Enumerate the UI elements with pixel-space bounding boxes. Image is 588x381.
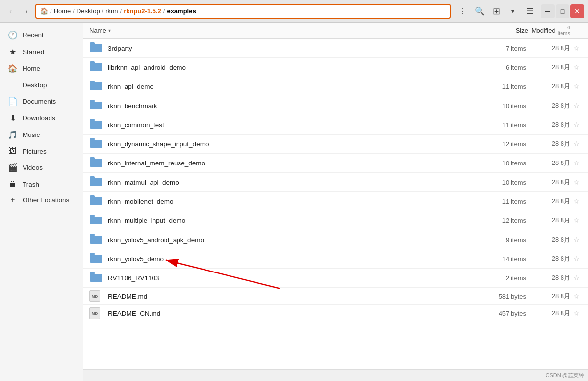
other-locations-icon: +	[8, 196, 18, 204]
file-star[interactable]: ☆	[570, 178, 582, 186]
file-area: Name ▾ Size Modified 6 items 3rdparty7 i…	[83, 23, 588, 381]
file-modified: 28 8月	[531, 273, 570, 282]
file-modified: 28 8月	[531, 178, 570, 187]
file-modified: 28 8月	[531, 63, 570, 72]
file-name: 3rdparty	[108, 45, 472, 52]
svg-rect-19	[90, 217, 102, 224]
sidebar-item-music[interactable]: 🎵 Music	[2, 127, 81, 143]
sidebar-item-label: Trash	[23, 181, 39, 188]
sidebar-item-label: Starred	[23, 48, 44, 55]
table-row[interactable]: MDREADME_CN.md457 bytes28 8月☆	[83, 305, 588, 322]
table-row[interactable]: librknn_api_android_demo6 items28 8月☆	[83, 58, 588, 77]
breadcrumb-rknn[interactable]: rknn	[105, 7, 118, 15]
sidebar-item-other-locations[interactable]: + Other Locations	[2, 192, 81, 207]
column-headers: Name ▾ Size Modified 6 items	[83, 23, 588, 39]
table-row[interactable]: MDREADME.md581 bytes28 8月☆	[83, 288, 588, 305]
sidebar-item-home[interactable]: 🏠 Home	[2, 60, 81, 77]
table-row[interactable]: rknn_mobilenet_demo11 items28 8月☆	[83, 192, 588, 211]
file-star[interactable]: ☆	[570, 217, 582, 224]
table-row[interactable]: 3rdparty7 items28 8月☆	[83, 39, 588, 58]
home-icon: 🏠	[40, 7, 48, 15]
forward-button[interactable]: ›	[20, 4, 33, 18]
sidebar-item-label: Pictures	[23, 148, 47, 155]
list-view-button[interactable]: ☰	[522, 4, 537, 19]
file-name: rknn_mobilenet_demo	[108, 198, 472, 205]
documents-icon: 📄	[8, 97, 18, 106]
file-modified: 28 8月	[531, 82, 570, 91]
sidebar-item-label: Videos	[23, 164, 43, 171]
sidebar-item-pictures[interactable]: 🖼 Pictures	[2, 143, 81, 159]
column-size-header[interactable]: Size	[474, 27, 533, 34]
titlebar: ‹ › 🏠 / Home / Desktop / rknn / rknpu2-1…	[0, 0, 588, 23]
file-star[interactable]: ☆	[570, 292, 582, 300]
file-star[interactable]: ☆	[570, 197, 582, 205]
svg-rect-1	[90, 44, 102, 52]
file-name: rknn_dynamic_shape_input_demo	[108, 140, 472, 148]
folder-icon	[89, 99, 103, 112]
file-size: 581 bytes	[472, 293, 531, 300]
sidebar-item-recent[interactable]: 🕐 Recent	[2, 27, 81, 43]
sidebar-item-documents[interactable]: 📄 Documents	[2, 93, 81, 109]
sidebar-item-desktop[interactable]: 🖥 Desktop	[2, 77, 81, 93]
table-row[interactable]: rknn_dynamic_shape_input_demo12 items28 …	[83, 135, 588, 154]
pictures-icon: 🖼	[8, 147, 18, 156]
sidebar-item-starred[interactable]: ★ Starred	[2, 44, 81, 60]
table-row[interactable]: rknn_yolov5_android_apk_demo9 items28 8月…	[83, 230, 588, 249]
svg-rect-7	[90, 102, 102, 109]
more-options-button[interactable]: ⋮	[456, 4, 470, 19]
minimize-button[interactable]: ─	[541, 4, 555, 18]
search-button[interactable]: 🔍	[472, 4, 487, 19]
file-star[interactable]: ☆	[570, 236, 582, 244]
sidebar-item-label: Home	[23, 65, 40, 72]
file-size: 7 items	[472, 45, 531, 52]
svg-rect-17	[90, 197, 102, 205]
table-row[interactable]: rknn_api_demo11 items28 8月☆	[83, 77, 588, 96]
breadcrumb-examples[interactable]: examples	[167, 7, 196, 15]
back-button[interactable]: ‹	[4, 4, 18, 18]
folder-icon	[89, 156, 103, 170]
breadcrumb-desktop[interactable]: Desktop	[77, 7, 100, 15]
file-star[interactable]: ☆	[570, 255, 582, 263]
file-modified: 28 8月	[531, 159, 570, 167]
table-row[interactable]: rknn_yolov5_demo14 items28 8月☆	[83, 249, 588, 269]
sidebar-item-trash[interactable]: 🗑 Trash	[2, 176, 81, 192]
file-star[interactable]: ☆	[570, 121, 582, 129]
folder-icon	[89, 41, 103, 55]
file-size: 10 items	[472, 179, 531, 186]
column-name-header[interactable]: Name ▾	[89, 27, 474, 34]
breadcrumb-home[interactable]: Home	[54, 7, 71, 15]
close-button[interactable]: ✕	[570, 4, 584, 18]
file-modified: 28 8月	[531, 235, 570, 244]
breadcrumb-bar[interactable]: 🏠 / Home / Desktop / rknn / rknpu2-1.5.2…	[35, 4, 451, 19]
sidebar-item-label: Desktop	[23, 82, 47, 89]
view-dropdown-button[interactable]: ▾	[506, 4, 520, 19]
table-row[interactable]: rknn_multiple_input_demo12 items28 8月☆	[83, 211, 588, 230]
table-row[interactable]: RV1106_RV11032 items28 8月☆	[83, 269, 588, 288]
breadcrumb-rknpu2[interactable]: rknpu2-1.5.2	[124, 7, 161, 15]
watermark: CSDN @韮菜钟	[546, 372, 584, 379]
file-name: rknn_yolov5_demo	[108, 255, 472, 263]
file-size: 14 items	[472, 255, 531, 263]
table-row[interactable]: rknn_internal_mem_reuse_demo10 items28 8…	[83, 154, 588, 173]
file-star[interactable]: ☆	[570, 274, 582, 282]
file-star[interactable]: ☆	[570, 159, 582, 167]
maximize-button[interactable]: □	[556, 4, 569, 18]
file-star[interactable]: ☆	[570, 309, 582, 317]
grid-view-button[interactable]: ⊞	[489, 4, 504, 19]
sidebar-item-videos[interactable]: 🎬 Videos	[2, 160, 81, 176]
svg-rect-5	[90, 82, 102, 90]
file-star[interactable]: ☆	[570, 44, 582, 52]
table-row[interactable]: rknn_benchmark10 items28 8月☆	[83, 96, 588, 115]
file-star[interactable]: ☆	[570, 63, 582, 71]
table-row[interactable]: rknn_matmul_api_demo10 items28 8月☆	[83, 173, 588, 192]
file-star[interactable]: ☆	[570, 140, 582, 148]
svg-rect-25	[90, 274, 102, 282]
sidebar-item-downloads[interactable]: ⬇ Downloads	[2, 110, 81, 126]
column-modified-header[interactable]: Modified 6 items	[533, 25, 582, 36]
sidebar: 🕐 Recent ★ Starred 🏠 Home 🖥 Desktop 📄 Do…	[0, 23, 83, 381]
table-row[interactable]: rknn_common_test11 items28 8月☆	[83, 115, 588, 135]
file-star[interactable]: ☆	[570, 102, 582, 109]
sidebar-item-label: Other Locations	[23, 196, 69, 204]
file-star[interactable]: ☆	[570, 82, 582, 90]
file-size: 2 items	[472, 274, 531, 282]
